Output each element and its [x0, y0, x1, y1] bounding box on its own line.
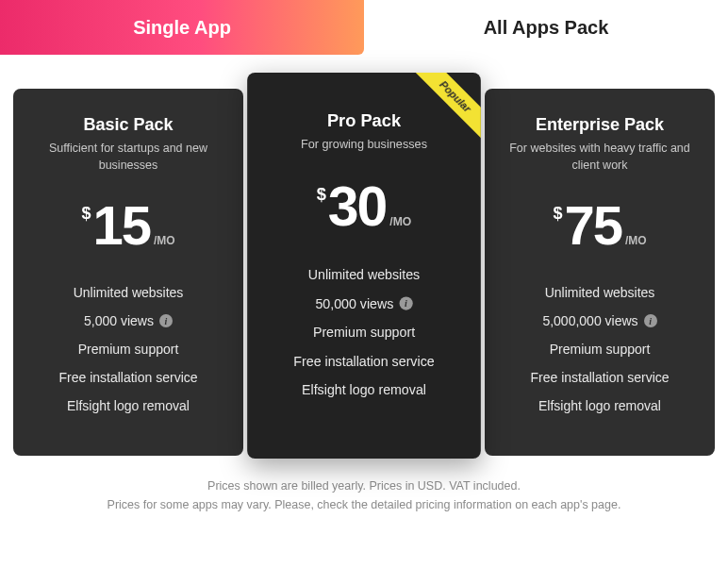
feature-list: Unlimited websites 50,000 viewsi Premium…: [264, 267, 463, 397]
feature-text: Premium support: [550, 342, 651, 357]
feature-item: Elfsight logo removal: [502, 398, 698, 413]
price-period: /MO: [625, 234, 647, 247]
price-period: /MO: [389, 215, 411, 228]
feature-item: 5,000 viewsi: [30, 313, 226, 328]
feature-item: Elfsight logo removal: [264, 381, 463, 396]
price-amount: 75: [564, 198, 621, 253]
pricing-tabs: Single App All Apps Pack: [0, 0, 728, 55]
plans-row: Basic Pack Sufficient for startups and n…: [0, 89, 728, 456]
feature-text: Elfsight logo removal: [67, 398, 190, 413]
footnote-line: Prices for some apps may vary. Please, c…: [38, 495, 690, 514]
feature-text: Free installation service: [530, 370, 669, 385]
info-icon[interactable]: i: [159, 314, 173, 327]
plan-name: Basic Pack: [30, 115, 226, 135]
feature-item: Premium support: [264, 324, 463, 339]
feature-list: Unlimited websites 5,000,000 viewsi Prem…: [502, 285, 698, 413]
price-currency: $: [553, 204, 562, 224]
feature-text: Unlimited websites: [545, 285, 655, 300]
feature-item: Free installation service: [264, 353, 463, 368]
footnote-line: Prices shown are billed yearly. Prices i…: [38, 476, 690, 495]
feature-item: Unlimited websites: [502, 285, 698, 300]
feature-text: Free installation service: [58, 370, 197, 385]
feature-list: Unlimited websites 5,000 viewsi Premium …: [30, 285, 226, 413]
info-icon[interactable]: i: [644, 314, 657, 327]
plan-tagline: Sufficient for startups and new business…: [30, 141, 226, 174]
feature-text: 50,000 views: [315, 295, 393, 310]
feature-text: Elfsight logo removal: [302, 381, 426, 396]
price-amount: 30: [328, 178, 386, 234]
feature-item: Free installation service: [502, 370, 698, 385]
plan-basic: Basic Pack Sufficient for startups and n…: [13, 89, 243, 456]
plan-name: Pro Pack: [264, 111, 463, 131]
plan-tagline: For websites with heavy traffic and clie…: [502, 141, 698, 174]
popular-ribbon: Popular: [407, 73, 481, 145]
feature-item: Elfsight logo removal: [30, 398, 226, 413]
feature-item: Unlimited websites: [30, 285, 226, 300]
price-period: /MO: [154, 234, 175, 247]
tab-all-apps[interactable]: All Apps Pack: [364, 0, 728, 55]
plan-enterprise: Enterprise Pack For websites with heavy …: [485, 89, 715, 456]
feature-text: Unlimited websites: [308, 267, 420, 282]
tab-single-app[interactable]: Single App: [0, 0, 364, 55]
feature-item: Free installation service: [30, 370, 226, 385]
price: $ 15 /MO: [30, 198, 226, 253]
feature-text: 5,000 views: [84, 313, 154, 328]
price-currency: $: [317, 184, 326, 204]
feature-text: Premium support: [313, 324, 415, 339]
feature-item: 50,000 viewsi: [264, 295, 463, 310]
price: $ 75 /MO: [502, 198, 698, 253]
feature-item: 5,000,000 viewsi: [502, 313, 698, 328]
feature-text: Free installation service: [293, 353, 434, 368]
price-currency: $: [81, 204, 91, 224]
feature-item: Unlimited websites: [264, 267, 463, 282]
feature-text: Unlimited websites: [74, 285, 184, 300]
feature-text: Elfsight logo removal: [538, 398, 661, 413]
price: $ 30 /MO: [264, 178, 463, 234]
feature-text: 5,000,000 views: [542, 313, 637, 328]
info-icon[interactable]: i: [399, 296, 412, 309]
price-amount: 15: [92, 198, 150, 253]
feature-item: Premium support: [30, 342, 226, 357]
feature-item: Premium support: [502, 342, 698, 357]
plan-tagline: For growing businesses: [264, 137, 463, 154]
plan-name: Enterprise Pack: [502, 115, 698, 135]
plan-pro: Popular Pro Pack For growing businesses …: [247, 73, 481, 459]
pricing-footnote: Prices shown are billed yearly. Prices i…: [0, 476, 728, 514]
feature-text: Premium support: [78, 342, 179, 357]
